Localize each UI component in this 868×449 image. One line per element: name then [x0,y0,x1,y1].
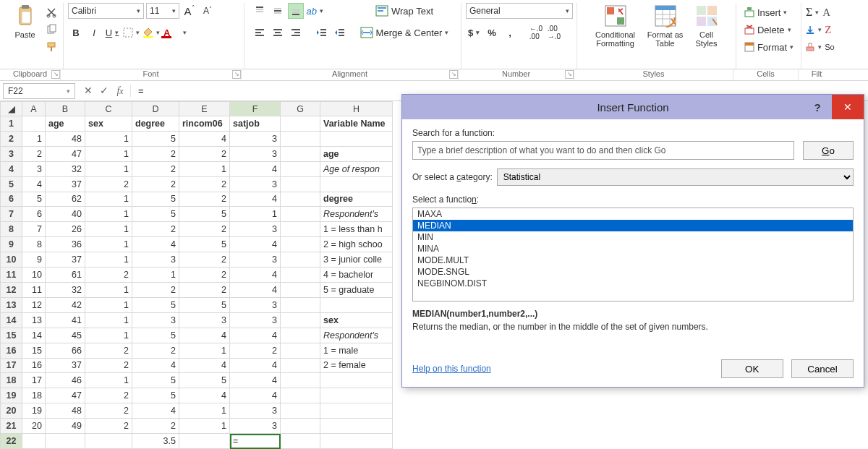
cell[interactable] [281,373,320,388]
function-list-item[interactable]: MINA [413,243,853,255]
insert-function-button[interactable]: fx [113,85,127,97]
cell[interactable] [281,343,320,358]
enter-formula-button[interactable]: ✓ [97,85,111,97]
row-header[interactable]: 11 [1,268,22,283]
cell[interactable]: 5 [132,297,179,312]
cell[interactable]: 6 [22,207,46,222]
cell[interactable]: 3 [132,252,179,268]
cell[interactable]: 48 [46,131,85,146]
cell[interactable]: 1 [85,146,132,161]
row-header[interactable]: 4 [1,161,22,176]
dialog-help-button[interactable]: ? [804,95,830,119]
cell[interactable]: 17 [22,373,46,388]
copy-button[interactable] [43,22,59,38]
cell[interactable] [281,131,320,146]
cell[interactable]: 4 [132,358,179,373]
decrease-decimal-button[interactable]: .00→.0 [546,25,562,40]
cell[interactable]: 7 [22,222,46,237]
row-header[interactable]: 20 [1,403,22,419]
cell[interactable]: 4 [22,176,46,192]
function-list-item[interactable]: MODE.MULT [413,255,853,266]
cell[interactable] [281,222,320,237]
go-button[interactable]: Go [803,141,854,160]
cell[interactable]: 15 [22,343,46,358]
cell[interactable] [85,434,132,449]
cell-styles-button[interactable]: Cell Styles [689,3,725,55]
row-header[interactable]: 7 [1,207,22,222]
italic-button[interactable]: I [86,25,102,40]
cell[interactable]: 1 [179,419,230,434]
help-link[interactable]: Help on this function [412,364,491,374]
cell[interactable]: 1 [85,297,132,312]
conditional-formatting-button[interactable]: Conditional Formatting [589,3,642,55]
cell[interactable]: 2 [179,146,230,161]
cell[interactable]: 66 [46,343,85,358]
shrink-font-button[interactable]: A˅ [200,3,216,19]
cell[interactable]: 3 [22,161,46,176]
fill-color-button[interactable] [142,25,161,40]
cell[interactable]: 42 [46,297,85,312]
borders-button[interactable] [122,25,140,40]
cell[interactable]: 4 [230,373,281,388]
cell[interactable]: 2 [85,403,132,419]
bold-button[interactable]: B [68,25,84,40]
cell[interactable]: 1 [85,131,132,146]
cell[interactable]: 5 [132,388,179,403]
cell[interactable]: 2 [179,176,230,192]
cell[interactable] [320,403,393,419]
cell[interactable]: 26 [46,222,85,237]
orientation-button[interactable]: ab [306,3,324,19]
grow-font-button[interactable]: A˄ [182,3,197,19]
column-header-B[interactable]: B [46,102,85,116]
cell[interactable]: 4 = bachelor [320,268,393,283]
cell[interactable]: 5 [132,131,179,146]
cell[interactable]: 2 [85,176,132,192]
cell[interactable]: 46 [46,373,85,388]
function-list[interactable]: MAXAMEDIANMINMINAMODE.MULTMODE.SNGLNEGBI… [412,208,854,302]
font-launcher[interactable]: ↘ [232,70,241,79]
number-launcher[interactable]: ↘ [565,70,574,79]
row-header[interactable]: 13 [1,297,22,312]
percent-format-button[interactable]: % [484,25,500,40]
cell[interactable]: 3 [230,222,281,237]
cell[interactable] [22,434,46,449]
function-list-item[interactable]: NEGBINOM.DIST [413,278,853,289]
cell[interactable]: 2 [132,282,179,297]
row-header[interactable]: 8 [1,222,22,237]
cell[interactable] [281,207,320,222]
cell[interactable] [320,297,393,312]
cell[interactable]: 4 [230,328,281,343]
cell[interactable]: 4 [179,388,230,403]
cell[interactable] [281,176,320,192]
ok-button[interactable]: OK [721,359,783,378]
cell[interactable]: 2 [132,222,179,237]
cell[interactable]: 4 [230,237,281,252]
cell[interactable]: 37 [46,252,85,268]
cell[interactable]: sex [85,116,132,132]
cell[interactable]: Variable Name [320,116,393,132]
cell[interactable] [281,297,320,312]
number-format-combo[interactable]: General [466,3,573,19]
format-as-table-button[interactable]: Format as Table [642,3,689,55]
cell[interactable]: 5 [132,373,179,388]
cell[interactable]: 47 [46,388,85,403]
increase-decimal-button[interactable]: ←.0.00 [528,25,544,40]
cell[interactable]: 3 [132,312,179,328]
cell[interactable] [281,312,320,328]
cell[interactable]: 2 [85,343,132,358]
cell[interactable]: 11 [22,282,46,297]
cell[interactable]: 5 [132,207,179,222]
column-header-G[interactable]: G [281,102,320,116]
cell[interactable]: 4 [230,282,281,297]
row-header[interactable]: 6 [1,192,22,207]
cell[interactable]: 2 [179,282,230,297]
align-center-button[interactable] [270,25,286,40]
cell[interactable]: 1 [85,222,132,237]
cell[interactable]: 49 [46,419,85,434]
cell[interactable]: 1 [85,282,132,297]
cell[interactable]: Respondent's [320,328,393,343]
cell[interactable]: 1 [85,312,132,328]
wrap-text-button[interactable]: Wrap Text [355,3,454,19]
column-header-E[interactable]: E [179,102,230,116]
row-header[interactable]: 2 [1,131,22,146]
